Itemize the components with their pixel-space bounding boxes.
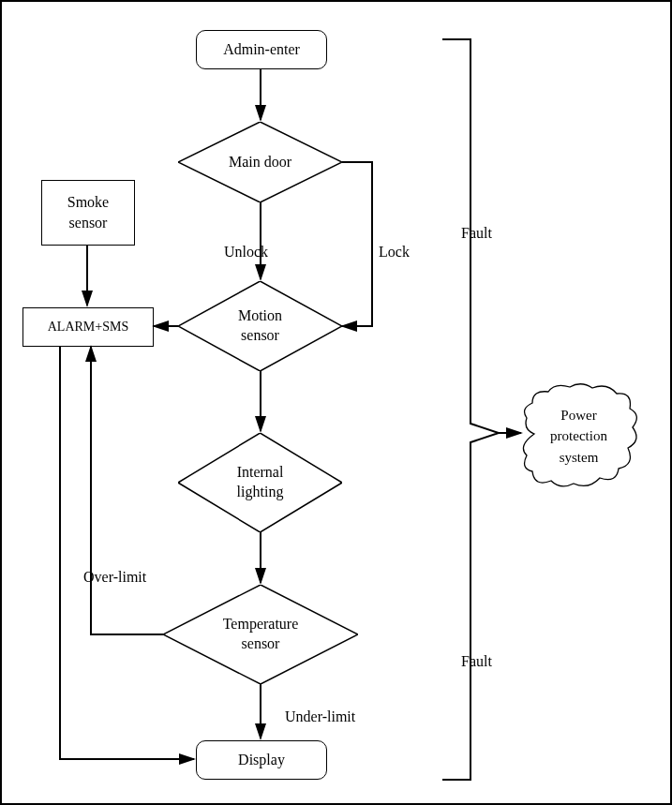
smoke-sensor-label: Smokesensor [67,192,109,234]
alarm-sms-node: ALARM+SMS [22,307,154,347]
flowchart-canvas: Admin-enter Main door Smokesensor ALARM+… [0,0,672,805]
temperature-sensor-node: Temperaturesensor [163,585,358,684]
unlock-label: Unlock [222,244,270,261]
main-door-node: Main door [178,122,342,202]
smoke-sensor-node: Smokesensor [41,180,135,246]
main-door-label: Main door [229,153,291,172]
overlimit-label: Over-limit [82,569,148,586]
display-label: Display [238,752,285,768]
fault-label-bottom: Fault [459,653,494,670]
lock-label: Lock [377,244,411,261]
internal-lighting-label: Internallighting [237,463,284,502]
motion-sensor-label: Motionsensor [238,306,282,346]
fault-label-top: Fault [459,225,494,242]
admin-enter-node: Admin-enter [196,30,327,69]
internal-lighting-node: Internallighting [178,433,342,532]
display-node: Display [196,740,327,780]
power-protection-label: Powerprotectionsystem [550,405,607,469]
motion-sensor-node: Motionsensor [178,281,342,371]
power-protection-node: Powerprotectionsystem [515,382,642,490]
underlimit-label: Under-limit [283,708,357,725]
temperature-sensor-label: Temperaturesensor [223,615,299,654]
admin-enter-label: Admin-enter [223,41,300,58]
alarm-sms-label: ALARM+SMS [48,318,128,336]
